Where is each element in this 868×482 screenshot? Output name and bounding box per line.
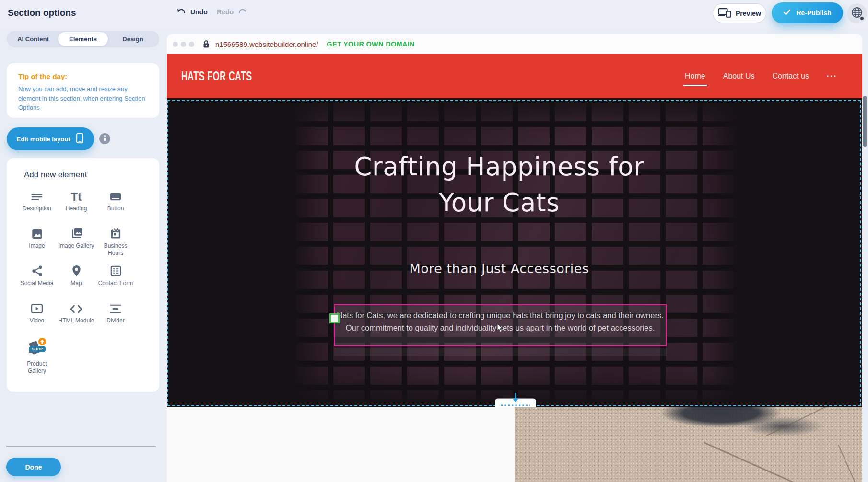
tab-design[interactable]: Design: [108, 32, 158, 46]
element-label: HTML Module: [57, 317, 96, 324]
tab-elements[interactable]: Elements: [58, 32, 108, 46]
nav-more-button[interactable]: ···: [827, 72, 837, 80]
element-label: Divider: [96, 317, 135, 324]
tab-ai-content[interactable]: AI Content: [8, 32, 58, 46]
element-html-module[interactable]: HTML Module: [57, 299, 96, 337]
next-section-white-area: [167, 407, 515, 482]
element-business-hours[interactable]: Business Hours: [96, 225, 135, 262]
sidebar-tabs: AI Content Elements Design: [7, 31, 159, 47]
site-logo[interactable]: HATS FOR CATS: [181, 69, 252, 83]
element-label: Map: [57, 280, 96, 287]
add-new-element-panel: Add new element Description Tt Heading B…: [7, 158, 159, 392]
page-scrollbar[interactable]: [863, 96, 867, 147]
element-heading[interactable]: Tt Heading: [57, 187, 96, 225]
element-drop-hint: [334, 348, 667, 356]
element-drag-handle[interactable]: [329, 313, 340, 323]
pavement-seam: [838, 445, 862, 482]
element-grid: Description Tt Heading Button Image: [17, 187, 159, 374]
browser-bar: n1566589.websitebuilder.online/ GET YOUR…: [167, 34, 862, 54]
element-label: Button: [96, 205, 135, 212]
hero-heading-line2[interactable]: Your Cats: [167, 184, 847, 220]
redo-button[interactable]: Redo: [217, 8, 247, 16]
preview-label: Preview: [736, 10, 761, 17]
video-icon: [17, 299, 57, 315]
element-product-gallery[interactable]: SHOP Product Gallery: [17, 337, 57, 374]
element-map[interactable]: Map: [57, 262, 96, 299]
site-header[interactable]: HATS FOR CATS Home About Us Contact us ·…: [167, 54, 862, 98]
nav-item-about-us[interactable]: About Us: [723, 72, 755, 80]
next-section-pavement-photo: [515, 407, 862, 482]
republish-button[interactable]: Re-Publish: [772, 2, 843, 23]
done-button[interactable]: Done: [6, 458, 61, 476]
redo-icon: [237, 8, 247, 16]
description-icon: [17, 187, 57, 203]
page-title: Section options: [8, 8, 76, 18]
add-new-element-title: Add new element: [7, 158, 159, 180]
social-media-icon: [17, 262, 57, 277]
window-dot: [173, 42, 178, 47]
element-label: Business Hours: [96, 242, 135, 257]
sidebar: AI Content Elements Design Tip of the da…: [0, 29, 167, 482]
element-contact-form[interactable]: Contact Form: [96, 262, 135, 299]
contact-form-icon: [96, 262, 135, 277]
hero-subheading[interactable]: More than Just Accessories: [167, 261, 847, 276]
element-label: Image: [17, 242, 57, 250]
site-nav: Home About Us Contact us ···: [685, 72, 837, 80]
element-divider[interactable]: Divider: [96, 299, 135, 337]
shop-badge: SHOP: [29, 346, 46, 352]
element-label: Product Gallery: [17, 360, 57, 375]
topbar: Section options Undo Redo Preview Re-Pub…: [0, 0, 868, 29]
hero-section-selected[interactable]: Crafting Happiness for Your Cats More th…: [167, 98, 862, 407]
active-nav-underline: [683, 85, 707, 86]
element-image-gallery[interactable]: Image Gallery: [57, 225, 96, 262]
undo-label: Undo: [190, 8, 208, 16]
button-icon: [96, 187, 135, 203]
image-icon: [17, 225, 57, 240]
element-label: Social Media: [17, 280, 57, 287]
republish-label: Re-Publish: [796, 9, 831, 17]
element-video[interactable]: Video: [17, 299, 57, 337]
info-button[interactable]: [99, 133, 110, 144]
nav-item-contact-us[interactable]: Contact us: [773, 72, 809, 80]
element-label: Contact Form: [96, 280, 135, 287]
check-icon: [783, 9, 791, 17]
element-label: Heading: [57, 205, 96, 212]
hero-content: Crafting Happiness for Your Cats More th…: [167, 149, 847, 276]
element-social-media[interactable]: Social Media: [17, 262, 57, 299]
tip-of-the-day-card: Tip of the day: Now you can add, move an…: [7, 63, 159, 118]
undo-button[interactable]: Undo: [176, 8, 208, 16]
window-dot: [181, 42, 186, 47]
browser-window-dots: [173, 42, 194, 47]
element-label: Video: [17, 317, 57, 324]
window-dot: [189, 42, 194, 47]
element-label: Image Gallery: [57, 242, 96, 250]
site-url[interactable]: n1566589.websitebuilder.online/: [215, 40, 318, 48]
product-gallery-icon: SHOP: [17, 337, 57, 358]
element-image[interactable]: Image: [17, 225, 57, 262]
business-hours-icon: [96, 225, 135, 240]
notification-dot: [860, 17, 864, 20]
mouse-cursor: [497, 323, 504, 335]
next-section[interactable]: [167, 407, 862, 482]
preview-button[interactable]: Preview: [713, 3, 766, 23]
tip-title: Tip of the day:: [18, 72, 159, 80]
html-module-icon: [57, 299, 96, 315]
element-button[interactable]: Button: [96, 187, 135, 225]
element-description[interactable]: Description: [17, 187, 57, 225]
devices-icon: [718, 8, 731, 19]
pavement-seam: [704, 442, 862, 482]
hero-paragraph-line1: Hats for Cats, we are dedicated to craft…: [335, 310, 666, 322]
phone-icon: [76, 133, 84, 145]
editor-canvas: n1566589.websitebuilder.online/ GET YOUR…: [167, 29, 868, 482]
section-resize-handle[interactable]: [495, 392, 536, 407]
edit-mobile-layout-button[interactable]: Edit mobile layout: [7, 127, 94, 150]
map-icon: [57, 262, 96, 277]
hero-heading-line1[interactable]: Crafting Happiness for: [167, 149, 847, 184]
language-globe-button[interactable]: [847, 3, 867, 23]
edit-mobile-layout-label: Edit mobile layout: [17, 136, 70, 143]
get-domain-link[interactable]: GET YOUR OWN DOMAIN: [327, 40, 414, 48]
divider-icon: [96, 299, 135, 315]
image-gallery-icon: [57, 225, 96, 240]
nav-item-home[interactable]: Home: [685, 72, 705, 80]
undo-icon: [176, 8, 187, 16]
